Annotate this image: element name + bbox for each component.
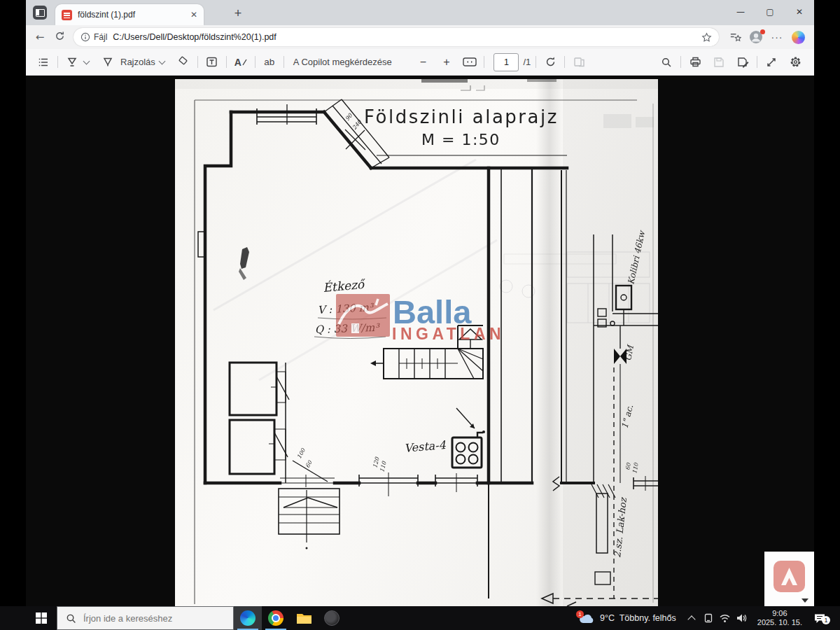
url-text: C:/Users/Dell/Desktop/földszint%20(1).pd…	[113, 32, 701, 42]
draw-label[interactable]: Rajzolás	[120, 57, 155, 67]
rotate-icon[interactable]	[541, 53, 559, 71]
new-tab-button[interactable]: +	[229, 5, 247, 23]
toc-icon[interactable]	[34, 53, 52, 71]
collections-icon[interactable]	[724, 27, 746, 48]
copilot-icon[interactable]	[788, 27, 808, 48]
save-icon[interactable]	[710, 53, 728, 71]
room-label: Étkező	[323, 277, 367, 295]
weather-text[interactable]: 9°C Többny. felhős	[600, 613, 676, 623]
fit-page-icon[interactable]	[461, 53, 479, 71]
tray-device-icon[interactable]	[700, 612, 717, 624]
search-magnifier-icon	[66, 613, 76, 624]
workspaces-icon[interactable]	[33, 6, 47, 20]
system-tray: 1 9°C Többny. felhős 9:06 2025. 10. 15. …	[578, 606, 840, 630]
wifi-icon[interactable]	[717, 613, 734, 623]
copilot-ask-label[interactable]: A Copilot megkérdezése	[293, 57, 392, 67]
save-as-icon[interactable]	[734, 53, 752, 71]
dim-door-a: 90	[344, 112, 354, 122]
plan-walls-thin	[198, 155, 567, 598]
browser-tab[interactable]: földszint (1).pdf ✕	[55, 4, 204, 25]
profile-avatar[interactable]	[746, 27, 766, 48]
weather-icon[interactable]: 1	[578, 613, 596, 624]
left-rooms	[230, 363, 335, 487]
pdf-toolbar: Rajzolás A ab A Copilot megkérdezése − +	[26, 49, 814, 76]
exterior-steps	[279, 489, 340, 550]
plan-title: Földszinli alaprajz	[364, 106, 559, 127]
taskbar-explorer-icon[interactable]	[290, 606, 318, 630]
print-icon[interactable]	[686, 53, 704, 71]
taskbar-clock[interactable]: 9:06 2025. 10. 15.	[757, 609, 802, 627]
info-icon[interactable]	[80, 32, 90, 42]
window-top	[257, 104, 316, 125]
stove-label: Vesta-4	[404, 438, 447, 455]
watermark: Balla INGATLAN	[336, 293, 505, 343]
page-number-input[interactable]	[493, 53, 519, 71]
dim-win1-b: 110	[379, 461, 388, 473]
weather-temp: 9°C	[600, 613, 615, 623]
taskbar-chrome-icon[interactable]	[262, 606, 290, 630]
close-button[interactable]: ✕	[785, 0, 814, 25]
add-text-icon[interactable]	[203, 53, 221, 71]
notification-count: 1	[822, 616, 830, 624]
action-center-icon[interactable]: 1	[809, 612, 830, 624]
address-bar: ← Fájl C:/Users/Dell/Desktop/földszint%2…	[26, 25, 814, 49]
acrobat-icon[interactable]	[774, 561, 805, 592]
highlighter-icon[interactable]	[63, 53, 81, 71]
tab-strip: földszint (1).pdf ✕ + — ▢ ✕	[26, 0, 814, 25]
bottom-windows	[359, 472, 477, 496]
taskbar-search-input[interactable]	[82, 612, 225, 624]
read-aloud-icon[interactable]: A	[232, 53, 250, 71]
profile-badge	[760, 29, 765, 34]
taskbar: 1 9°C Többny. felhős 9:06 2025. 10. 15. …	[0, 606, 840, 630]
translate-icon[interactable]: ab	[260, 53, 279, 71]
floor-plan-drawing: Földszinli alaprajz M = 1:50	[175, 79, 658, 606]
draw-pen-icon[interactable]	[99, 53, 117, 71]
dim-door-b: 240	[351, 118, 363, 131]
pdf-viewer-area[interactable]: Földszinli alaprajz M = 1:50	[26, 76, 814, 606]
refresh-icon[interactable]	[50, 31, 69, 44]
dim-small-b: 60	[304, 459, 314, 469]
taskbar-search[interactable]	[57, 606, 234, 630]
plan-scale: M = 1:50	[421, 131, 500, 148]
search-icon[interactable]	[657, 53, 676, 71]
back-icon[interactable]: ←	[30, 31, 50, 43]
stove	[452, 408, 485, 468]
start-button[interactable]	[26, 606, 57, 630]
more-menu-icon[interactable]: ···	[766, 27, 788, 48]
file-scheme-label: Fájl	[94, 32, 107, 42]
page-view-icon[interactable]	[570, 53, 588, 71]
url-field[interactable]: Fájl C:/Users/Dell/Desktop/földszint%20(…	[74, 28, 719, 46]
clock-date: 2025. 10. 15.	[757, 618, 802, 627]
page-total-label: /1	[523, 57, 531, 67]
acrobat-panel	[764, 552, 814, 606]
settings-gear-icon[interactable]	[786, 53, 804, 71]
scroll-down-icon[interactable]	[802, 598, 808, 603]
minimize-button[interactable]: —	[726, 0, 755, 25]
draw-dropdown-icon[interactable]	[158, 58, 165, 65]
pdf-page: Földszinli alaprajz M = 1:50	[175, 79, 658, 606]
taskbar-edge-icon[interactable]	[234, 606, 262, 630]
weather-desc: Többny. felhős	[620, 613, 676, 623]
favorite-star-icon[interactable]	[701, 32, 712, 43]
zoom-out-button[interactable]: −	[420, 56, 426, 69]
taskbar-app-icon[interactable]	[318, 606, 346, 630]
watermark-brand2: INGATLAN	[392, 325, 505, 343]
tab-title: földszint (1).pdf	[78, 10, 186, 20]
maximize-button[interactable]: ▢	[755, 0, 785, 25]
browser-window: földszint (1).pdf ✕ + — ▢ ✕ ← Fájl C:/Us…	[26, 0, 814, 606]
tray-chevron-icon[interactable]	[683, 614, 700, 622]
eraser-icon[interactable]	[174, 53, 192, 71]
clock-time: 9:06	[757, 609, 802, 618]
weather-badge: 1	[576, 610, 584, 618]
pdf-favicon-icon	[62, 10, 72, 20]
zoom-in-button[interactable]: +	[443, 56, 449, 69]
fullscreen-icon[interactable]	[762, 53, 780, 71]
volume-icon[interactable]	[734, 613, 750, 623]
tab-close-icon[interactable]: ✕	[190, 10, 197, 20]
highlighter-dropdown-icon[interactable]	[83, 58, 90, 65]
desktop-screen: földszint (1).pdf ✕ + — ▢ ✕ ← Fájl C:/Us…	[0, 0, 840, 630]
dim-small-a: 100	[296, 447, 307, 460]
